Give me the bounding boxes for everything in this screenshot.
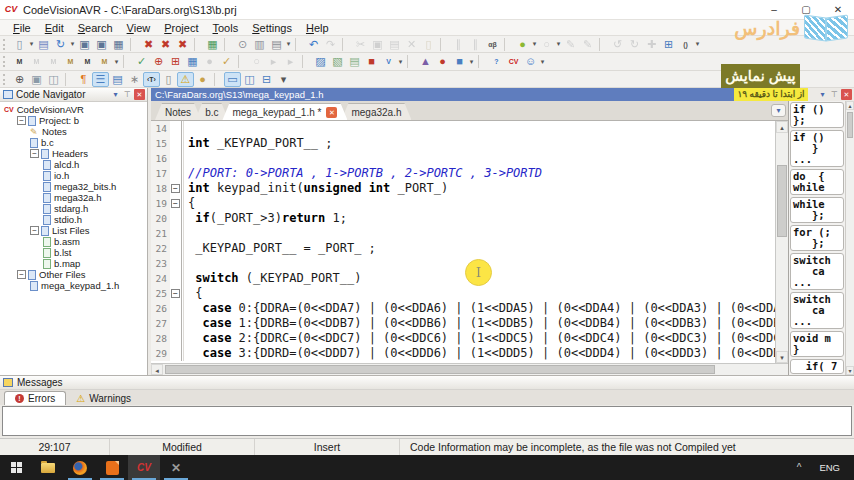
- code-editor[interactable]: 1415int _KEYPAD_PORT__ ;1617//PORT: 0->P…: [151, 121, 775, 363]
- tree-expander-icon[interactable]: −: [17, 116, 26, 125]
- tree-item[interactable]: −Headers: [0, 148, 147, 159]
- tree-item[interactable]: b.lst: [0, 247, 147, 258]
- fold-toggle-icon[interactable]: −: [171, 289, 180, 298]
- tree-item[interactable]: b.asm: [0, 236, 147, 247]
- editor-tab-b-c[interactable]: b.c: [195, 103, 228, 120]
- stack-monitor-dropdown-icon[interactable]: ▾: [468, 58, 475, 66]
- tree-item[interactable]: ✎Notes: [0, 126, 147, 137]
- menu-item-edit[interactable]: Edit: [38, 22, 71, 34]
- close-project-icon[interactable]: ✖: [174, 37, 191, 52]
- pdf-reader[interactable]: [96, 455, 128, 480]
- tree-item[interactable]: mega32_bits.h: [0, 181, 147, 192]
- record-macro-icon[interactable]: ●: [514, 37, 531, 52]
- cascade-windows-icon[interactable]: ▣: [28, 72, 45, 87]
- panel-close-icon[interactable]: ✕: [134, 89, 145, 100]
- panel-menu-icon[interactable]: ▾: [110, 89, 121, 100]
- find-icon[interactable]: M: [11, 54, 28, 69]
- layout-split-vertical-icon[interactable]: ◫: [241, 72, 258, 87]
- editor-tab-mega32a-h[interactable]: mega32a.h: [341, 103, 411, 120]
- tree-item[interactable]: −Other Files: [0, 269, 147, 280]
- print-preview-icon[interactable]: ⊙: [234, 37, 251, 52]
- tree-item[interactable]: mega32a.h: [0, 192, 147, 203]
- smiley-feedback-icon[interactable]: ☺: [522, 54, 539, 69]
- code-text[interactable]: int _KEYPAD_PORT__ ;: [183, 136, 775, 151]
- tree-item[interactable]: −Project: b: [0, 115, 147, 126]
- toggle-messages-window-icon[interactable]: ⚠: [177, 72, 194, 87]
- tree-expander-icon[interactable]: −: [30, 226, 39, 235]
- code-text[interactable]: //PORT: 0->PORTA , 1->PORTB , 2->PORTC ,…: [183, 166, 775, 181]
- file-explorer[interactable]: [32, 455, 64, 480]
- find-in-files-icon[interactable]: M: [62, 54, 79, 69]
- close-file-icon[interactable]: ✖: [140, 37, 157, 52]
- tab-list-button[interactable]: ▾: [771, 104, 786, 117]
- messages-list[interactable]: [2, 406, 852, 436]
- code-text[interactable]: case 2:{DDRC=(0<<DDC7) | (0<<DDC6) | (1<…: [183, 331, 775, 346]
- horizontal-scroll-track[interactable]: [163, 364, 788, 375]
- about-codevisionavr-icon[interactable]: CV: [505, 54, 522, 69]
- tree-expander-icon[interactable]: −: [17, 270, 26, 279]
- panel-menu-icon[interactable]: ▾: [817, 89, 828, 100]
- editor-tab-mega-keypad-1-h-[interactable]: mega_keypad_1.h *✕: [222, 103, 347, 120]
- code-text[interactable]: [183, 226, 775, 241]
- tree-item[interactable]: stdio.h: [0, 214, 147, 225]
- undo-icon[interactable]: ↶: [305, 37, 322, 52]
- toggle-breakpoint-dropdown-icon[interactable]: ▾: [555, 40, 562, 48]
- templates-scrollbar[interactable]: ▴ ▾: [845, 101, 854, 375]
- terminal-dropdown-icon[interactable]: ▾: [397, 58, 404, 66]
- check-syntax-icon[interactable]: ✓: [133, 54, 150, 69]
- fold-toggle-icon[interactable]: −: [171, 199, 180, 208]
- code-template-item[interactable]: if ()};: [790, 102, 844, 128]
- code-text[interactable]: {: [183, 196, 775, 211]
- scroll-left-icon[interactable]: ◂: [151, 364, 163, 375]
- vertical-scroll-track[interactable]: [776, 133, 788, 351]
- screen-recorder[interactable]: ✕: [160, 455, 192, 480]
- code-text[interactable]: case 3:{DDRD=(0<<DDD7) | (0<<DDD6) | (1<…: [183, 346, 775, 361]
- toolbar-grip[interactable]: [3, 56, 8, 67]
- code-notes-icon[interactable]: ▧: [329, 54, 346, 69]
- code-text[interactable]: if(_PORT_>3)return 1;: [183, 211, 775, 226]
- code-template-item[interactable]: void m}: [790, 331, 844, 357]
- match-case-icon[interactable]: αβ: [484, 37, 501, 52]
- insert-brackets-dropdown-icon[interactable]: ▾: [694, 40, 701, 48]
- tree-item[interactable]: CVCodeVisionAVR: [0, 104, 147, 115]
- panel-pin-icon[interactable]: ⊤: [829, 89, 840, 100]
- menu-item-settings[interactable]: Settings: [245, 22, 299, 34]
- panel-close-icon[interactable]: ✕: [841, 89, 852, 100]
- codevisionavr-taskbar[interactable]: CV: [128, 455, 160, 480]
- fold-toggle-icon[interactable]: −: [171, 184, 180, 193]
- reopen-file-icon[interactable]: ↻: [52, 37, 69, 52]
- templates-scroll-thumb[interactable]: [847, 112, 853, 138]
- tab-close-icon[interactable]: ✕: [326, 107, 337, 118]
- chip-programmer-icon[interactable]: ▲: [417, 54, 434, 69]
- menu-item-view[interactable]: View: [120, 22, 158, 34]
- paste-template-icon[interactable]: ▤: [346, 54, 363, 69]
- code-template-item[interactable]: if () }...: [790, 130, 844, 167]
- templates-scroll-up-icon[interactable]: ▴: [846, 101, 854, 110]
- insert-brackets-icon[interactable]: (): [677, 37, 694, 52]
- save-file-icon[interactable]: ▣: [76, 37, 93, 52]
- code-template-item[interactable]: switch ca...: [790, 292, 844, 329]
- code-text[interactable]: case 1:{DDRB=(0<<DDB7) | (0<<DDB6) | (1<…: [183, 316, 775, 331]
- code-text[interactable]: case 0:{DDRA=(0<<DDA7) | (0<<DDA6) | (1<…: [183, 301, 775, 316]
- debugger-icon[interactable]: ●: [434, 54, 451, 69]
- messages-tab-errors[interactable]: !Errors: [4, 391, 66, 405]
- chip-configuration-icon[interactable]: ■: [363, 54, 380, 69]
- open-file-icon[interactable]: ▤: [35, 37, 52, 52]
- menu-item-file[interactable]: File: [6, 22, 38, 34]
- close-all-files-icon[interactable]: ✖: [157, 37, 174, 52]
- tree-expander-icon[interactable]: −: [30, 149, 39, 158]
- toolbar-grip[interactable]: [3, 39, 8, 50]
- record-macro-dropdown-icon[interactable]: ▾: [531, 40, 538, 48]
- tree-item[interactable]: io.h: [0, 170, 147, 181]
- search-project-icon[interactable]: M: [96, 54, 113, 69]
- tree-item[interactable]: stdarg.h: [0, 203, 147, 214]
- menu-item-help[interactable]: Help: [299, 22, 336, 34]
- smiley-feedback-dropdown-icon[interactable]: ▾: [539, 58, 546, 66]
- code-text[interactable]: [183, 151, 775, 166]
- tile-windows-icon[interactable]: ◫: [45, 72, 62, 87]
- code-template-item[interactable]: while };: [790, 197, 844, 223]
- search-project-dropdown-icon[interactable]: ▾: [113, 58, 120, 66]
- code-text[interactable]: {: [183, 286, 775, 301]
- code-template-item[interactable]: switch ca...: [790, 253, 844, 290]
- terminal-icon[interactable]: V: [380, 54, 397, 69]
